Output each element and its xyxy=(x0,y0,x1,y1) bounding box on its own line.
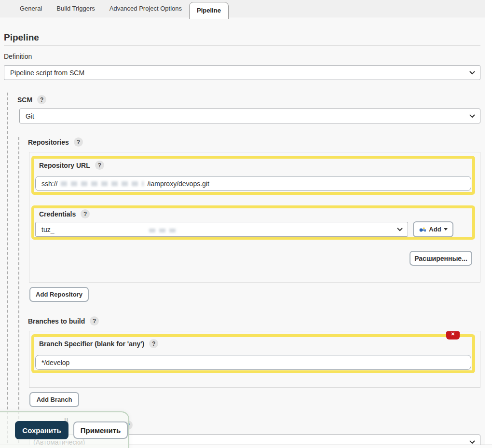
definition-select[interactable]: Pipeline script from SCM xyxy=(4,65,480,80)
jenkins-config-page: General Build Triggers Advanced Project … xyxy=(0,0,492,448)
add-branch-button-label: Add Branch xyxy=(37,396,72,403)
nesting-guide-scm xyxy=(7,93,8,448)
add-credentials-button[interactable]: Add xyxy=(413,221,453,237)
tab-advanced-project-options[interactable]: Advanced Project Options xyxy=(102,0,189,17)
chevron-down-icon xyxy=(469,71,475,75)
credentials-select[interactable]: tuz_ xyxy=(35,222,408,237)
redacted-host-segment xyxy=(61,181,144,186)
config-tabbar: General Build Triggers Advanced Project … xyxy=(0,0,485,17)
scm-label-row: SCM ? xyxy=(17,95,46,104)
add-branch-button[interactable]: Add Branch xyxy=(29,392,79,407)
repository-url-highlight: Repository URL ? ssh:// /iamproxy/devops… xyxy=(31,156,475,195)
tab-build-triggers[interactable]: Build Triggers xyxy=(49,0,102,17)
definition-label: Definition xyxy=(4,53,32,60)
credentials-selected-value: tuz_ xyxy=(41,226,54,233)
repository-block: Repository URL ? ssh:// /iamproxy/devops… xyxy=(29,152,480,283)
key-icon xyxy=(419,226,426,233)
branches-label: Branches to build xyxy=(28,317,85,325)
branch-specifier-highlight: Branch Specifier (blank for 'any') ? xyxy=(31,334,475,373)
advanced-button-label: Расширенные... xyxy=(414,255,467,262)
credentials-label-row: Credentials ? xyxy=(39,209,90,218)
tab-general[interactable]: General xyxy=(13,0,49,17)
branches-block: Branch Specifier (blank for 'any') ? xyxy=(29,331,480,388)
branch-specifier-label: Branch Specifier (blank for 'any') xyxy=(39,340,144,348)
repository-url-suffix: /iamproxy/devops.git xyxy=(147,180,209,188)
config-main-panel: General Build Triggers Advanced Project … xyxy=(0,0,485,448)
title-divider xyxy=(4,45,480,46)
advanced-button[interactable]: Расширенные... xyxy=(410,251,472,266)
chevron-down-icon xyxy=(469,440,475,444)
chevron-down-icon xyxy=(397,228,403,231)
tab-pipeline[interactable]: Pipeline xyxy=(189,2,229,19)
credentials-help-icon[interactable]: ? xyxy=(81,209,90,218)
redacted-credential-segment xyxy=(149,229,177,232)
caret-down-icon xyxy=(444,228,448,231)
credentials-label: Credentials xyxy=(39,210,76,218)
delete-x-icon: ✕ xyxy=(451,331,455,337)
branch-specifier-label-row: Branch Specifier (blank for 'any') ? xyxy=(39,339,158,348)
definition-selected-value: Pipeline script from SCM xyxy=(10,69,84,77)
add-repository-button-label: Add Repository xyxy=(36,291,82,298)
chevron-down-icon xyxy=(469,114,475,118)
scm-help-icon[interactable]: ? xyxy=(37,95,46,104)
repository-url-label-row: Repository URL ? xyxy=(39,161,104,170)
branch-specifier-input[interactable] xyxy=(35,355,471,370)
add-repository-button[interactable]: Add Repository xyxy=(29,287,89,302)
add-button-label: Add xyxy=(429,226,441,233)
page-title: Pipeline xyxy=(4,32,39,43)
repository-url-help-icon[interactable]: ? xyxy=(95,161,104,170)
repositories-label: Repositories xyxy=(28,138,69,146)
branch-specifier-help-icon[interactable]: ? xyxy=(149,339,158,348)
nesting-guide-git xyxy=(18,137,19,448)
repository-url-label: Repository URL xyxy=(39,162,90,169)
branches-label-row: Branches to build ? xyxy=(28,316,99,326)
apply-button[interactable]: Применить xyxy=(73,421,128,439)
credentials-highlight: Credentials ? tuz_ Add xyxy=(31,205,475,240)
scm-select[interactable]: Git xyxy=(19,109,480,123)
repositories-help-icon[interactable]: ? xyxy=(74,137,83,147)
repository-url-prefix: ssh:// xyxy=(41,180,57,188)
scm-label: SCM xyxy=(17,96,32,104)
delete-branch-button[interactable]: ✕ xyxy=(446,331,460,339)
save-button[interactable]: Сохранить xyxy=(15,421,68,439)
repositories-label-row: Repositories ? xyxy=(28,137,83,147)
repository-url-input[interactable]: ssh:// /iamproxy/devops.git xyxy=(35,176,471,191)
branches-help-icon[interactable]: ? xyxy=(90,316,99,326)
scm-selected-value: Git xyxy=(26,112,34,120)
